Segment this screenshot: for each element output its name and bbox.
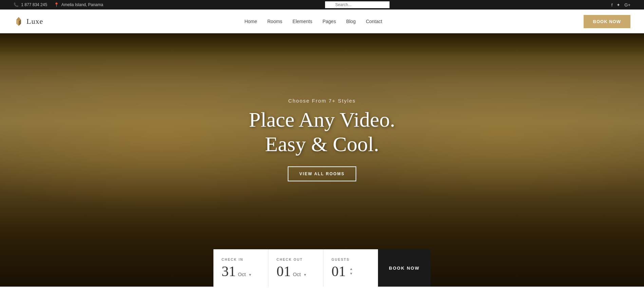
search-input[interactable] bbox=[325, 1, 390, 8]
hero-section: Choose From 7+ Styles Place Any Video. E… bbox=[0, 33, 644, 287]
booking-bar: CHECK IN 31 Oct ▾ CHECK OUT 01 Oct ▾ GUE… bbox=[213, 249, 431, 287]
phone-icon: 📞 bbox=[14, 2, 19, 7]
checkout-month: Oct bbox=[293, 271, 301, 277]
checkout-field[interactable]: CHECK OUT 01 Oct ▾ bbox=[268, 249, 323, 287]
social-links: f ✦ G+ bbox=[611, 2, 630, 7]
hero-title: Place Any Video. Easy & Cool. bbox=[249, 108, 395, 156]
guests-number: 01 bbox=[332, 264, 346, 278]
checkin-field[interactable]: CHECK IN 31 Oct ▾ bbox=[213, 249, 268, 287]
logo-link[interactable]: Luxe bbox=[14, 16, 43, 26]
nav-contact[interactable]: Contact bbox=[366, 19, 382, 24]
guests-increment-button[interactable]: ▲ bbox=[348, 267, 354, 271]
booking-submit-button[interactable]: BOOK NOW bbox=[378, 249, 431, 287]
logo-icon bbox=[14, 16, 24, 26]
checkout-dropdown-icon[interactable]: ▾ bbox=[304, 272, 306, 277]
guests-stepper: ▲ ▼ bbox=[348, 267, 354, 276]
phone-info: 📞 1 877 834 245 bbox=[14, 2, 47, 7]
nav-menu: Home Rooms Elements Pages Blog Contact bbox=[244, 18, 382, 24]
logo-text: Luxe bbox=[26, 17, 43, 26]
view-all-rooms-button[interactable]: VIEW ALL ROOMS bbox=[288, 166, 356, 181]
hero-subtitle: Choose From 7+ Styles bbox=[288, 98, 356, 104]
hero-title-line1: Place Any Video. bbox=[249, 108, 395, 131]
googleplus-icon[interactable]: G+ bbox=[624, 2, 630, 7]
checkout-day: 01 bbox=[277, 264, 291, 278]
checkin-label: CHECK IN bbox=[222, 258, 260, 261]
search-area[interactable] bbox=[325, 1, 390, 8]
checkout-value: 01 Oct ▾ bbox=[277, 264, 315, 278]
guests-value: 01 ▲ ▼ bbox=[332, 264, 370, 278]
guests-label: GUESTS bbox=[332, 258, 370, 261]
guests-field: GUESTS 01 ▲ ▼ bbox=[323, 249, 378, 287]
hero-content: Choose From 7+ Styles Place Any Video. E… bbox=[0, 33, 644, 287]
location-info: 📍 Amelia Island, Panama bbox=[54, 2, 103, 7]
location-icon: 📍 bbox=[54, 2, 59, 7]
main-nav: Luxe Home Rooms Elements Pages Blog Cont… bbox=[0, 10, 644, 33]
checkin-value: 31 Oct ▾ bbox=[222, 264, 260, 278]
checkin-dropdown-icon[interactable]: ▾ bbox=[249, 272, 251, 277]
top-bar-contact: 📞 1 877 834 245 📍 Amelia Island, Panama bbox=[14, 2, 103, 7]
nav-book-now-button[interactable]: BOOK NOW bbox=[584, 15, 630, 28]
checkin-day: 31 bbox=[222, 264, 236, 278]
hero-title-line2: Easy & Cool. bbox=[265, 132, 379, 156]
checkout-label: CHECK OUT bbox=[277, 258, 315, 261]
checkin-month: Oct bbox=[238, 271, 246, 277]
top-bar: 📞 1 877 834 245 📍 Amelia Island, Panama … bbox=[0, 0, 644, 10]
nav-pages[interactable]: Pages bbox=[322, 19, 336, 24]
nav-rooms[interactable]: Rooms bbox=[267, 19, 282, 24]
instagram-icon[interactable]: ✦ bbox=[617, 2, 620, 7]
nav-blog[interactable]: Blog bbox=[346, 19, 356, 24]
guests-decrement-button[interactable]: ▼ bbox=[348, 272, 354, 276]
nav-elements[interactable]: Elements bbox=[292, 19, 312, 24]
nav-home[interactable]: Home bbox=[244, 19, 257, 24]
facebook-icon[interactable]: f bbox=[611, 2, 613, 7]
